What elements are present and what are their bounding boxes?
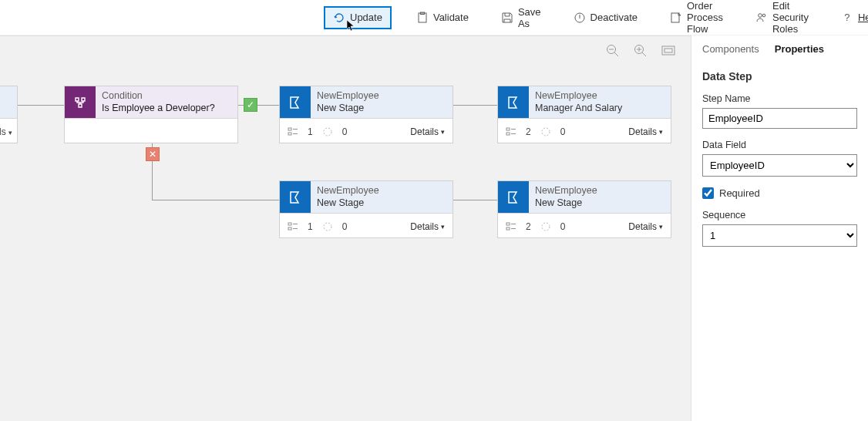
svg-rect-26: [288, 223, 291, 225]
steps-icon: [288, 221, 298, 232]
details-link[interactable]: ls ▾: [0, 126, 12, 137]
condition-node[interactable]: Condition Is Employee a Developer?: [64, 86, 238, 143]
steps-count: 2: [526, 126, 531, 137]
help-label: Help: [858, 12, 868, 23]
chevron-down-icon: ▾: [441, 223, 445, 231]
process-count: 0: [560, 126, 566, 137]
svg-rect-21: [506, 128, 510, 130]
condition-true-icon: ✓: [244, 98, 257, 112]
svg-rect-17: [288, 133, 291, 135]
svg-rect-14: [662, 46, 675, 55]
details-link[interactable]: Details ▾: [628, 126, 663, 137]
stage-node-4[interactable]: NewEmployee New Stage 2 0 Details ▾: [497, 180, 671, 238]
connector: [152, 200, 279, 200]
condition-false-icon: ✕: [146, 147, 160, 161]
condition-label: Condition: [102, 90, 215, 103]
deactivate-button[interactable]: Deactivate: [566, 8, 645, 28]
tab-properties[interactable]: Properties: [775, 43, 824, 58]
process-count: 0: [342, 221, 348, 232]
refresh-icon: [333, 12, 345, 24]
required-checkbox[interactable]: [702, 187, 714, 199]
security-button[interactable]: Edit Security Roles: [748, 0, 816, 39]
stage-name: New Stage: [317, 103, 379, 115]
fit-screen-icon[interactable]: [661, 44, 675, 58]
steps-icon: [506, 221, 516, 232]
order-icon: [670, 12, 682, 24]
details-link[interactable]: Details ▾: [628, 221, 663, 232]
svg-point-25: [542, 128, 550, 136]
branch-icon: [65, 86, 96, 118]
process-count: 0: [342, 126, 348, 137]
toolbar: Update Validate Save As Deactivate Order…: [0, 0, 868, 35]
svg-point-5: [759, 13, 762, 17]
deactivate-label: Deactivate: [590, 12, 638, 23]
tab-components[interactable]: Components: [702, 43, 759, 58]
process-icon: [322, 126, 333, 137]
svg-point-35: [542, 223, 550, 231]
help-button[interactable]: ? Help ▾: [833, 8, 868, 28]
stage-flag-icon: [498, 181, 529, 213]
svg-rect-22: [506, 133, 510, 135]
canvas-tools: [606, 44, 675, 58]
people-icon: [755, 12, 768, 24]
stage-node-3[interactable]: NewEmployee New Stage 1 0 Details ▾: [279, 180, 453, 238]
sequence-select[interactable]: 1: [702, 224, 857, 247]
process-icon: [322, 221, 333, 232]
order-button[interactable]: Order Process Flow: [662, 0, 731, 39]
saveas-button[interactable]: Save As: [493, 2, 549, 33]
deactivate-icon: [574, 12, 586, 24]
process-icon: [540, 221, 551, 232]
update-button[interactable]: Update: [324, 6, 392, 29]
details-link[interactable]: Details ▾: [410, 221, 445, 232]
panel-tabs: Components Properties: [702, 43, 857, 58]
validate-label: Validate: [433, 12, 469, 23]
canvas[interactable]: ls ▾ Condition Is Employee a Developer? …: [0, 35, 691, 421]
details-link[interactable]: Details ▾: [410, 126, 445, 137]
connector: [453, 200, 497, 200]
validate-button[interactable]: Validate: [409, 8, 476, 28]
steps-icon: [288, 126, 298, 137]
zoom-out-icon[interactable]: [606, 44, 620, 58]
zoom-in-icon[interactable]: [634, 44, 648, 58]
process-icon: [540, 126, 551, 137]
connector: [18, 105, 64, 106]
stage-entity: NewEmployee: [317, 90, 379, 103]
steps-icon: [506, 126, 516, 137]
stage-node-previous[interactable]: ls ▾: [0, 86, 18, 143]
svg-rect-16: [288, 128, 291, 130]
stage-node-2[interactable]: NewEmployee Manager And Salary 2 0 Detai…: [497, 86, 671, 143]
save-icon: [501, 12, 513, 24]
stage-entity: NewEmployee: [535, 185, 597, 197]
svg-rect-32: [506, 227, 510, 230]
side-panel: Components Properties Data Step Step Nam…: [691, 35, 868, 421]
svg-rect-15: [664, 49, 672, 52]
process-count: 0: [560, 221, 566, 232]
condition-text: Is Employee a Developer?: [102, 103, 215, 115]
steps-count: 1: [308, 221, 313, 232]
datafield-label: Data Field: [702, 140, 857, 150]
stepname-label: Step Name: [702, 93, 857, 104]
stage-name: New Stage: [317, 197, 379, 210]
stage-entity: NewEmployee: [535, 90, 622, 103]
chevron-down-icon: ▾: [441, 128, 445, 136]
datafield-select[interactable]: EmployeeID: [702, 154, 857, 177]
chevron-down-icon: ▾: [8, 129, 12, 136]
stage-flag-icon: [280, 86, 311, 118]
stage-node-1[interactable]: NewEmployee New Stage 1 0 Details ▾: [279, 86, 453, 143]
stage-name: New Stage: [535, 197, 597, 210]
help-icon: ?: [841, 12, 853, 24]
required-label: Required: [719, 187, 760, 199]
svg-point-20: [324, 128, 331, 136]
panel-section-title: Data Step: [702, 70, 857, 83]
clipboard-icon: [416, 12, 429, 24]
stage-name: Manager And Salary: [535, 103, 622, 115]
connector: [453, 105, 497, 106]
update-label: Update: [350, 12, 382, 23]
svg-line-8: [614, 52, 618, 56]
svg-point-30: [324, 223, 331, 231]
svg-line-11: [642, 52, 646, 56]
svg-rect-31: [506, 223, 510, 225]
stepname-input[interactable]: [702, 108, 857, 129]
steps-count: 2: [526, 221, 531, 232]
security-label: Edit Security Roles: [772, 0, 809, 35]
